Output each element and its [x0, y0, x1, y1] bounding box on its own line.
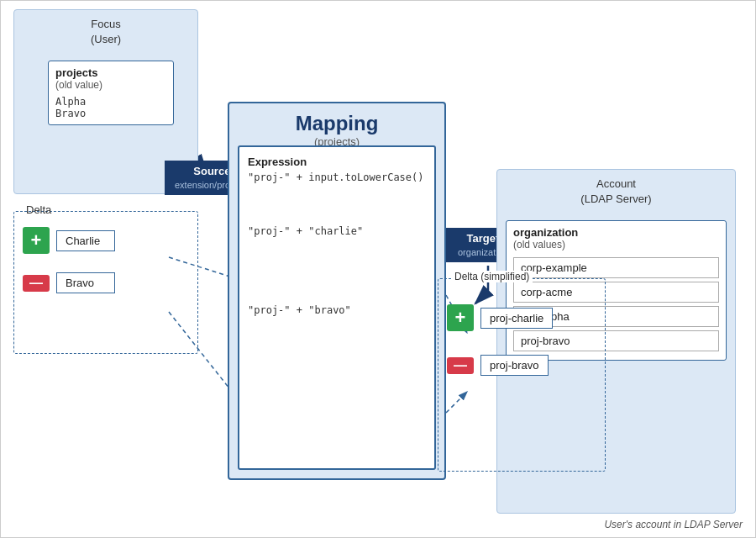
- minus-icon-proj-bravo: —: [447, 357, 474, 374]
- mapping-box: Mapping (projects) Expression "proj-" + …: [228, 102, 446, 480]
- delta-item-charlie: + Charlie: [23, 227, 189, 254]
- expression-formula: "proj-" + input.toLowerCase(): [248, 171, 426, 183]
- delta-simplified-item-bravo: — proj-bravo: [447, 355, 596, 376]
- expression-title: Expression: [248, 156, 426, 168]
- delta-simplified-title: Delta (simplified): [451, 271, 533, 282]
- plus-icon-charlie: +: [23, 227, 50, 254]
- org-value-1: corp-example: [513, 257, 719, 278]
- minus-icon-bravo: —: [23, 275, 50, 292]
- delta-label-charlie: Charlie: [56, 230, 115, 251]
- plus-icon-proj-charlie: +: [447, 304, 474, 331]
- account-title-text: Account: [596, 177, 636, 190]
- expression-result2: "proj-" + "bravo": [248, 304, 426, 316]
- projects-subtitle: (old value): [55, 79, 166, 91]
- delta-label-bravo: Bravo: [56, 272, 115, 293]
- projects-value-bravo: Bravo: [55, 108, 166, 119]
- focus-title: Focus (User): [14, 17, 197, 47]
- projects-title: projects: [55, 66, 166, 79]
- delta-simplified-label-charlie: proj-charlie: [480, 308, 553, 329]
- account-title: Account (LDAP Server): [497, 177, 735, 207]
- delta-item-bravo: — Bravo: [23, 272, 189, 293]
- mapping-title: Mapping: [229, 112, 444, 135]
- delta-title: Delta: [23, 203, 55, 216]
- expression-result1: "proj-" + "charlie": [248, 225, 426, 237]
- focus-title-text: Focus: [91, 18, 120, 30]
- projects-box: projects (old value) Alpha Bravo: [48, 61, 174, 125]
- expression-box: Expression "proj-" + input.toLowerCase()…: [238, 145, 436, 470]
- delta-simplified-item-charlie: + proj-charlie: [447, 304, 596, 331]
- delta-simplified-label-bravo: proj-bravo: [480, 355, 549, 376]
- projects-values: Alpha Bravo: [55, 96, 166, 119]
- projects-value-alpha: Alpha: [55, 96, 166, 108]
- delta-simplified-box: Delta (simplified) + proj-charlie — proj…: [438, 278, 606, 472]
- delta-box: Delta + Charlie — Bravo: [13, 211, 198, 354]
- diagram-container: Focus (User) projects (old value) Alpha …: [0, 0, 756, 538]
- org-subtitle: (old values): [513, 239, 719, 251]
- focus-subtitle-text: (User): [91, 33, 121, 45]
- footer-note: User's account in LDAP Server: [604, 519, 743, 530]
- account-subtitle-text: (LDAP Server): [580, 193, 651, 205]
- org-title: organization: [513, 226, 719, 239]
